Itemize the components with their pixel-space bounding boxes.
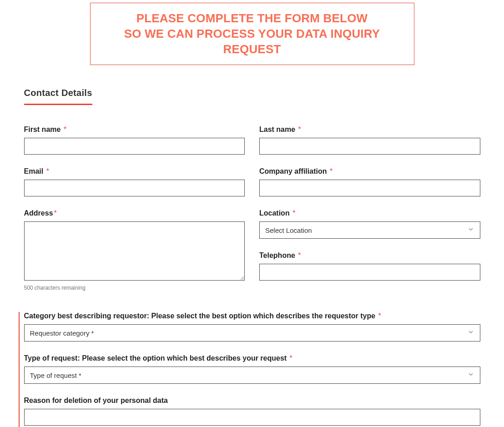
- header-line1: PLEASE COMPLETE THE FORM BELOW: [136, 11, 368, 25]
- request-type-label-text: Type of request: Please select the optio…: [24, 354, 287, 362]
- deletion-reason-label: Reason for deletion of your personal dat…: [24, 397, 480, 405]
- category-label: Category best describing requestor: Plea…: [24, 312, 480, 320]
- required-mark: *: [46, 167, 49, 175]
- telephone-field[interactable]: [259, 264, 480, 281]
- required-mark: *: [292, 209, 295, 217]
- required-mark: *: [54, 209, 57, 217]
- company-label: Company affiliation *: [259, 167, 480, 176]
- deletion-reason-field[interactable]: [24, 409, 480, 426]
- section-title: Contact Details: [24, 88, 92, 105]
- email-label-text: Email: [24, 167, 44, 175]
- company-label-text: Company affiliation: [259, 167, 327, 175]
- required-mark: *: [298, 251, 301, 259]
- email-field[interactable]: [24, 180, 245, 196]
- location-label-text: Location: [259, 209, 290, 217]
- required-mark: *: [298, 126, 301, 133]
- request-type-select[interactable]: Type of request *: [24, 367, 480, 384]
- address-hint: 500 characters remaining: [24, 285, 245, 291]
- location-select[interactable]: Select Location: [259, 221, 480, 239]
- last-name-field[interactable]: [259, 138, 480, 155]
- required-mark: *: [290, 354, 292, 362]
- telephone-label: Telephone *: [259, 251, 480, 260]
- address-label: Address*: [24, 209, 245, 217]
- company-field[interactable]: [259, 180, 480, 196]
- last-name-label-text: Last name: [259, 126, 295, 133]
- category-select[interactable]: Requestor category *: [24, 324, 480, 342]
- required-mark: *: [64, 126, 66, 133]
- required-mark: *: [330, 167, 333, 175]
- first-name-label-text: First name: [24, 126, 61, 133]
- header-line2: SO WE CAN PROCESS YOUR DATA INQUIRY REQU…: [124, 27, 380, 56]
- last-name-label: Last name *: [259, 126, 480, 134]
- required-mark: *: [378, 312, 381, 320]
- form-header: PLEASE COMPLETE THE FORM BELOW SO WE CAN…: [90, 3, 414, 65]
- telephone-label-text: Telephone: [259, 251, 295, 259]
- request-type-label: Type of request: Please select the optio…: [24, 354, 480, 362]
- location-label: Location *: [259, 209, 480, 217]
- address-label-text: Address: [24, 209, 53, 217]
- first-name-label: First name *: [24, 126, 245, 134]
- email-label: Email *: [24, 167, 245, 176]
- category-label-text: Category best describing requestor: Plea…: [24, 312, 376, 320]
- address-field[interactable]: [24, 221, 245, 281]
- first-name-field[interactable]: [24, 138, 245, 155]
